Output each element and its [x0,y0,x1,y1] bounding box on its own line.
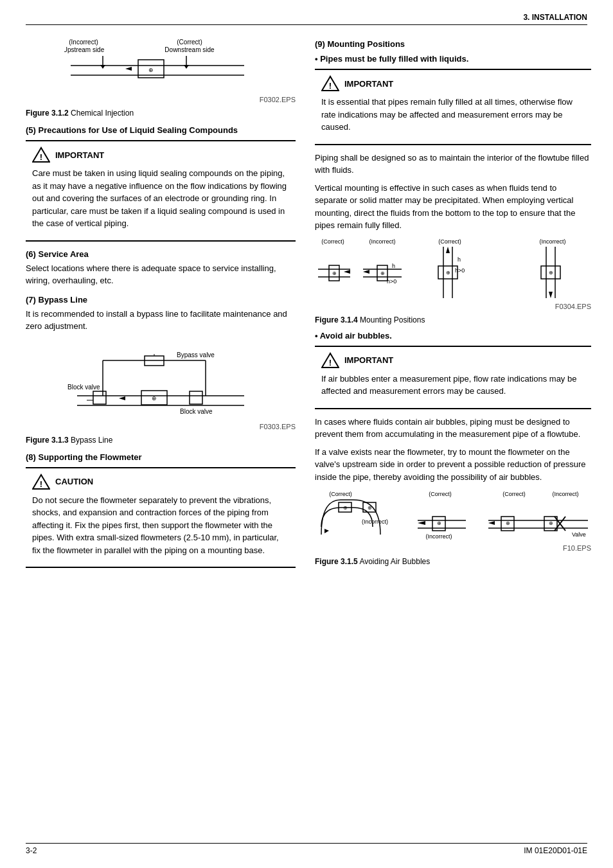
avoid-bubbles-body1: In cases where fluids contain air bubble… [315,416,591,441]
avoid-bubbles-body2: If a valve exists near the flowmeter, tr… [315,446,591,484]
svg-text:⊕: ⊕ [332,270,337,276]
svg-rect-28 [190,391,202,404]
svg-text:(Incorrect): (Incorrect) [369,238,395,245]
svg-text:(Correct): (Correct) [502,491,526,497]
section-9-body2: Vertical mounting is effective in such c… [315,182,591,232]
svg-text:⊕: ⊕ [549,270,553,276]
svg-text:(Incorrect): (Incorrect) [552,491,578,497]
figure-3-1-2-caption: Figure 3.1.2 Chemical Injection [26,109,296,118]
section-9-heading: (9) Mounting Positions [315,39,591,49]
section-8-body: Do not secure the flowmeter separately t… [32,494,289,557]
svg-text:(Correct): (Correct) [438,238,461,245]
svg-text:h: h [458,256,461,263]
section-8-heading: (8) Supporting the Flowmeter [26,452,296,462]
bypass-line-diagram: Bypass valve Block valve ⊕ Block valve [64,338,257,421]
avoid-bubbles-important-body: If air bubbles enter a measurement pipe,… [321,373,585,398]
svg-marker-30 [119,396,125,400]
section-9-important-body: It is essential that pipes remain fully … [321,96,585,134]
section-8-caution-box: ! CAUTION Do not secure the flowmeter se… [26,467,296,569]
figure-3-1-3: Bypass valve Block valve ⊕ Block valve F… [26,338,296,430]
svg-marker-12 [125,67,132,71]
svg-text:⊕: ⊕ [549,520,553,526]
section-9-body1: Piping shall be designed so as to mainta… [315,152,591,177]
svg-text:⊕: ⊕ [446,270,450,276]
svg-text:⊕: ⊕ [343,505,348,511]
figure-3-1-3-caption: Figure 3.1.3 Bypass Line [26,436,296,445]
svg-text:Block valve: Block valve [180,408,213,415]
right-column: (9) Mounting Positions • Pipes must be f… [315,31,591,574]
left-column: (Incorrect) Upstream side (Correct) Down… [26,31,296,574]
warning-triangle-icon-2: ! [321,75,339,92]
fig-3-1-3-id: F0303.EPS [26,423,296,430]
figure-3-1-5: (Correct) ⊕ (Incorrect) ⊕ (Correct) ⊕ [315,488,591,552]
section-9-important-box: ! IMPORTANT It is essential that pipes r… [315,69,591,145]
warning-triangle-icon-3: ! [321,352,339,369]
section-7-body: It is recommended to install a bypass li… [26,308,296,333]
section-9-important-header: ! IMPORTANT [321,75,585,92]
svg-marker-54 [446,247,450,253]
svg-text:⊕: ⊕ [148,67,154,73]
section-6-body: Select locations where there is adequate… [26,262,296,287]
svg-text:!: ! [329,358,332,368]
svg-marker-40 [344,270,350,274]
figure-3-1-4-caption: Figure 3.1.4 Mounting Positions [315,315,591,324]
svg-text:!: ! [40,479,42,489]
svg-text:Valve: Valve [572,531,586,538]
avoiding-air-bubbles-diagram: (Correct) ⊕ (Incorrect) ⊕ (Correct) ⊕ [318,488,588,543]
svg-text:(Correct): (Correct) [177,39,202,46]
svg-text:(Incorrect): (Incorrect) [362,518,388,525]
svg-text:(Correct): (Correct) [329,491,352,497]
fig-3-1-5-id: F10.EPS [315,544,591,552]
fig-3-1-2-id: F0302.EPS [26,96,296,103]
section-5-body: Care must be taken in using liquid seali… [32,167,289,230]
figure-3-1-4: (Correct) ⊕ (Incorrect) ⊕ h h>0 [315,237,591,310]
page-footer: 3-2 IM 01E20D01-01E [26,843,587,855]
svg-text:⊕: ⊕ [437,520,441,526]
svg-text:(Correct): (Correct) [321,238,344,245]
svg-rect-23 [93,391,106,404]
section-7-heading: (7) Bypass Line [26,295,296,305]
svg-text:⊕: ⊕ [152,395,157,402]
figure-3-1-5-caption: Figure 3.1.5 Avoiding Air Bubbles [315,557,591,566]
page-header: 3. INSTALLATION [26,13,587,25]
avoid-bubbles-important-header: ! IMPORTANT [321,352,585,369]
svg-text:!: ! [40,152,42,162]
avoid-bubbles-bullet: • Avoid air bubbles. [315,331,591,341]
svg-text:(Correct): (Correct) [429,491,452,497]
chemical-injection-diagram: (Incorrect) Upstream side (Correct) Down… [64,37,257,94]
svg-text:Downstream side: Downstream side [164,46,215,53]
svg-marker-78 [418,521,425,525]
svg-text:h: h [392,263,395,269]
figure-3-1-2: (Incorrect) Upstream side (Correct) Down… [26,37,296,103]
svg-text:⊕: ⊕ [380,270,385,276]
svg-text:(Incorrect): (Incorrect) [425,533,452,540]
mounting-positions-diagram: (Correct) ⊕ (Incorrect) ⊕ h h>0 [315,237,591,301]
section-5-important-header: ! IMPORTANT [32,146,289,163]
caution-triangle-icon: ! [32,474,50,490]
section-9-bullet: • Pipes must be fully filled with liquid… [315,54,591,64]
svg-marker-11 [184,65,189,69]
fig-3-1-4-id: F0304.EPS [315,303,591,310]
svg-text:(Incorrect): (Incorrect) [539,238,565,245]
svg-text:Block valve: Block valve [67,384,100,391]
section-5-important-box: ! IMPORTANT Care must be taken in using … [26,140,296,242]
section-5-heading: (5) Precautions for Use of Liquid Sealin… [26,125,296,135]
svg-text:(Incorrect): (Incorrect) [69,39,98,46]
header-text: 3. INSTALLATION [523,13,587,22]
svg-text:Upstream side: Upstream side [64,46,105,53]
svg-marker-48 [363,270,369,274]
avoid-bubbles-important-box: ! IMPORTANT If air bubbles enter a measu… [315,346,591,409]
svg-text:h>0: h>0 [455,267,465,274]
svg-text:h>0: h>0 [387,278,396,285]
svg-text:!: ! [329,81,332,91]
svg-text:⊕: ⊕ [368,505,372,511]
svg-marker-62 [549,292,553,298]
page-number: 3-2 [26,846,37,855]
svg-marker-90 [488,521,495,525]
section-6-heading: (6) Service Area [26,249,296,259]
warning-triangle-icon: ! [32,146,50,163]
section-8-caution-header: ! CAUTION [32,474,289,490]
svg-marker-7 [100,65,105,69]
svg-marker-71 [324,529,329,533]
svg-text:Bypass valve: Bypass valve [177,351,215,359]
